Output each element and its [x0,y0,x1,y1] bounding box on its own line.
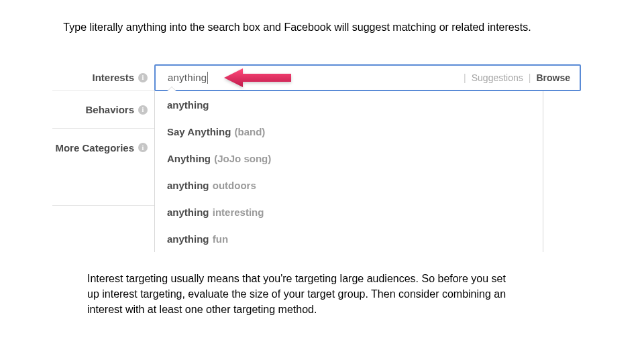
suggestion-item[interactable]: Anything (JoJo song) [155,145,543,172]
search-action-links: | Suggestions | Browse [464,72,580,83]
browse-link[interactable]: Browse [536,72,570,83]
sidebar: Interests i Behaviors i More Categories … [52,64,154,166]
sidebar-item-more-categories[interactable]: More Categories i [52,129,154,166]
suggestion-suffix: (JoJo song) [214,153,271,164]
sidebar-item-behaviors[interactable]: Behaviors i [52,91,154,129]
suggestion-suffix: outdoors [213,180,256,191]
suggestion-text: anything [167,206,209,218]
divider: | [464,72,466,83]
caption-top: Type literally anything into the search … [52,20,542,35]
suggestion-text: anything [167,180,209,191]
sidebar-item-label: Interests [92,72,134,83]
suggestion-item[interactable]: anything fun [155,225,543,252]
suggestions-link[interactable]: Suggestions [472,72,523,83]
targeting-panel: Interests i Behaviors i More Categories … [52,64,581,252]
sidebar-item-label: More Categories [55,142,134,154]
caption-bottom: Interest targeting usually means that yo… [87,271,517,318]
suggestions-dropdown: anything Say Anything (band) Anything (J… [154,91,543,252]
suggestion-text: Say Anything [167,126,231,137]
info-icon[interactable]: i [138,73,148,82]
suggestion-suffix: fun [213,233,228,245]
suggestion-text: anything [167,99,209,111]
divider [52,205,154,206]
suggestion-suffix: interesting [213,206,264,218]
suggestion-text: Anything [167,153,211,164]
suggestion-item[interactable]: anything outdoors [155,172,543,198]
suggestion-suffix: (band) [235,126,266,137]
info-icon[interactable]: i [138,143,148,152]
sidebar-item-interests[interactable]: Interests i [52,64,154,91]
sidebar-item-label: Behaviors [85,104,134,115]
suggestion-text: anything [167,233,209,245]
info-icon[interactable]: i [138,105,148,115]
suggestion-item[interactable]: anything interesting [155,198,543,225]
dropdown-caret-icon [167,86,176,91]
interest-search-input[interactable]: anything | Suggestions | Browse [154,64,581,91]
suggestion-item[interactable]: Say Anything (band) [155,118,543,145]
search-input-value: anything [156,72,208,84]
suggestion-item[interactable]: anything [155,91,543,118]
divider: | [529,72,531,83]
